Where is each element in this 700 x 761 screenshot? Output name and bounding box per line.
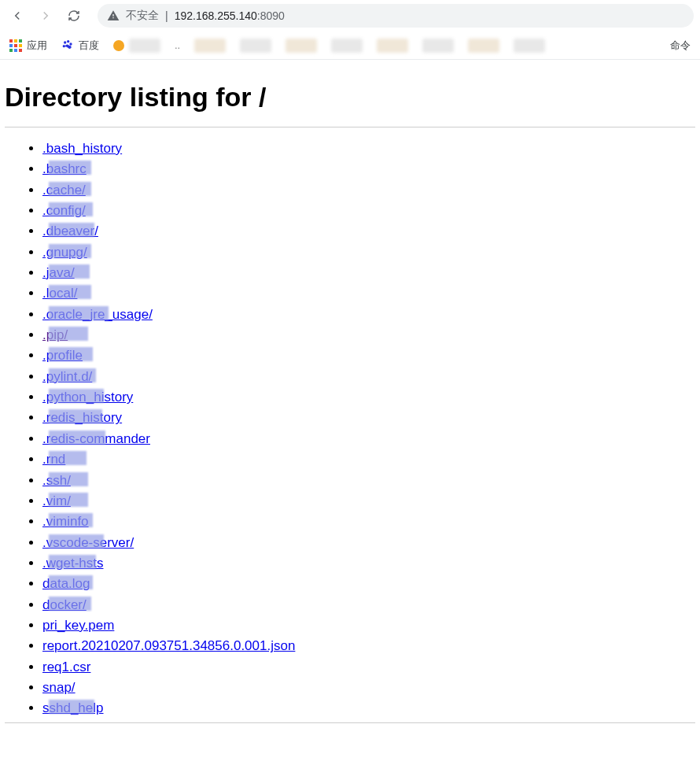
list-item: req1.csr — [42, 657, 695, 678]
back-button[interactable] — [6, 5, 28, 27]
bookmark-baidu[interactable]: 百度 — [61, 39, 99, 53]
list-item: .profile — [42, 345, 695, 366]
apps-button[interactable]: 应用 — [9, 39, 47, 53]
svg-point-0 — [64, 41, 66, 43]
bookmark-redacted-3[interactable] — [240, 39, 271, 53]
list-item: .vscode-server/ — [42, 533, 695, 553]
bookmark-redacted-8[interactable] — [468, 39, 499, 53]
bookmarks-bar: 应用 百度 .. 命令 — [0, 31, 700, 60]
list-item: docker/ — [42, 595, 695, 615]
forward-button[interactable] — [35, 5, 57, 27]
list-item: .redis_history — [42, 408, 695, 428]
apps-label: 应用 — [27, 39, 47, 53]
list-item: .config/ — [42, 201, 695, 221]
list-item: .bashrc — [42, 159, 695, 179]
page-title: Directory listing for / — [5, 82, 695, 113]
bookmark-ellipsis: .. — [175, 39, 180, 51]
directory-link[interactable]: .bash_history — [42, 141, 122, 156]
list-item: data.log — [42, 574, 695, 594]
baidu-label: 百度 — [79, 39, 99, 53]
address-bar[interactable]: 不安全 | 192.168.255.140:8090 — [98, 4, 694, 28]
insecure-icon — [107, 9, 120, 22]
list-item: .redis-commander — [42, 429, 695, 449]
list-item: pri_key.pem — [42, 615, 695, 636]
directory-link[interactable]: snap/ — [42, 680, 76, 695]
svg-point-3 — [63, 45, 65, 47]
list-item: sshd_help — [42, 698, 695, 719]
url-host: 192.168.255.140 — [175, 9, 257, 22]
divider-bottom — [5, 722, 695, 723]
directory-link[interactable]: req1.csr — [42, 659, 90, 674]
list-item: .ssh/ — [42, 471, 695, 491]
bookmarks-right-label: 命令 — [670, 39, 691, 53]
list-item: .bash_history — [42, 139, 695, 159]
list-item: .dbeaver/ — [42, 221, 695, 242]
favicon-icon — [113, 40, 124, 51]
page-content: Directory listing for / .bash_history.ba… — [0, 60, 700, 750]
list-item: .rnd — [42, 449, 695, 470]
browser-toolbar: 不安全 | 192.168.255.140:8090 — [0, 0, 700, 31]
directory-link[interactable]: report.20210207.093751.34856.0.001.json — [42, 638, 295, 653]
baidu-icon — [61, 39, 74, 52]
list-item: .python_history — [42, 387, 695, 408]
list-item: .oracle_jre_usage/ — [42, 305, 695, 325]
bookmark-redacted-7[interactable] — [422, 39, 454, 53]
list-item: snap/ — [42, 678, 695, 698]
bookmark-redacted-9[interactable] — [514, 39, 545, 53]
bookmark-redacted-1[interactable] — [113, 39, 160, 53]
url-port: :8090 — [257, 9, 285, 22]
bookmark-redacted-4[interactable] — [286, 39, 317, 53]
insecure-label: 不安全 — [126, 9, 159, 23]
divider-top — [5, 127, 695, 127]
list-item: .viminfo — [42, 512, 695, 532]
list-item: .pylint.d/ — [42, 367, 695, 387]
list-item: .wget-hsts — [42, 553, 695, 574]
list-item: .local/ — [42, 283, 695, 304]
list-item: .vim/ — [42, 491, 695, 512]
list-item: .java/ — [42, 263, 695, 283]
address-separator: | — [165, 9, 168, 22]
apps-icon — [9, 39, 22, 52]
list-item: report.20210207.093751.34856.0.001.json — [42, 636, 695, 656]
directory-list: .bash_history.bashrc.cache/.config/.dbea… — [5, 139, 695, 719]
list-item: .cache/ — [42, 180, 695, 201]
directory-link[interactable]: pri_key.pem — [42, 618, 114, 633]
list-item: .gnupg/ — [42, 242, 695, 263]
bookmark-redacted-2[interactable] — [194, 39, 226, 53]
bookmark-redacted-5[interactable] — [331, 39, 363, 53]
bookmark-redacted-6[interactable] — [377, 39, 408, 53]
url-text: 192.168.255.140:8090 — [175, 9, 285, 22]
svg-point-1 — [67, 40, 69, 42]
list-item: .pip/ — [42, 325, 695, 345]
reload-button[interactable] — [63, 5, 85, 27]
svg-point-2 — [69, 42, 72, 45]
